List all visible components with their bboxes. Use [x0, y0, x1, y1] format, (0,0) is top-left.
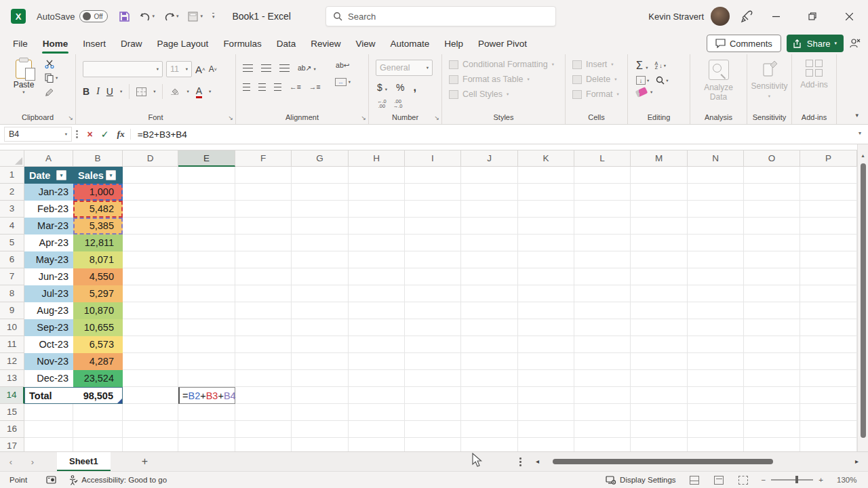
scroll-right-icon[interactable]: ▸	[855, 458, 859, 465]
undo-chevron-icon[interactable]: ▾	[152, 14, 155, 19]
cell-M3[interactable]	[631, 201, 688, 218]
comma-button[interactable]: ,	[413, 81, 416, 94]
cell-E14[interactable]: =B2+B3+B4	[178, 387, 235, 404]
cell-L15[interactable]	[574, 404, 631, 421]
cell-K14[interactable]	[518, 387, 574, 404]
cell-K17[interactable]	[518, 438, 574, 451]
row-header-7[interactable]: 7	[0, 268, 24, 285]
cell-D11[interactable]	[123, 336, 178, 353]
cell-P14[interactable]	[800, 387, 857, 404]
cell-D14[interactable]	[123, 387, 178, 404]
cell-O15[interactable]	[744, 404, 800, 421]
cell-H12[interactable]	[349, 353, 405, 370]
decrease-indent-icon[interactable]: ←≡	[290, 83, 301, 91]
cell-G12[interactable]	[292, 353, 349, 370]
cell-O1[interactable]	[744, 167, 800, 184]
cell-F6[interactable]	[235, 251, 292, 268]
row-header-16[interactable]: 16	[0, 421, 24, 438]
cell-L10[interactable]	[574, 319, 631, 336]
column-header-K[interactable]: K	[518, 150, 574, 167]
cell-J6[interactable]	[461, 251, 518, 268]
cell-B5[interactable]: 12,811	[73, 235, 123, 251]
cell-N11[interactable]	[688, 336, 744, 353]
cell-B11[interactable]: 6,573	[73, 336, 123, 353]
cell-F16[interactable]	[235, 421, 292, 438]
cell-I17[interactable]	[405, 438, 461, 451]
row-header-12[interactable]: 12	[0, 353, 24, 370]
cell-H1[interactable]	[349, 167, 405, 184]
cell-F12[interactable]	[235, 353, 292, 370]
column-header-H[interactable]: H	[349, 150, 405, 167]
cell-G17[interactable]	[292, 438, 349, 451]
autosum-button[interactable]: Σ ▾	[636, 60, 648, 72]
cell-H14[interactable]	[349, 387, 405, 404]
cell-J5[interactable]	[461, 235, 518, 251]
cell-H4[interactable]	[349, 218, 405, 235]
cell-M7[interactable]	[631, 268, 688, 285]
merge-center-button[interactable]: ↔▾	[335, 78, 351, 86]
copy-button[interactable]: ▾	[45, 73, 58, 83]
increase-indent-icon[interactable]: →≡	[309, 83, 321, 91]
cell-F10[interactable]	[235, 319, 292, 336]
page-layout-view-icon[interactable]	[714, 476, 724, 485]
redo-button[interactable]: ▾	[164, 12, 179, 22]
cell-I7[interactable]	[405, 268, 461, 285]
cell-A8[interactable]: Jul-23	[24, 285, 73, 302]
cell-J12[interactable]	[461, 353, 518, 370]
cell-P9[interactable]	[800, 302, 857, 319]
column-header-O[interactable]: O	[744, 150, 800, 167]
tab-automate[interactable]: Automate	[382, 35, 437, 53]
page-break-view-icon[interactable]	[738, 476, 748, 485]
cell-P13[interactable]	[800, 370, 857, 387]
cell-B17[interactable]	[73, 438, 123, 451]
cell-P10[interactable]	[800, 319, 857, 336]
cell-G1[interactable]	[292, 167, 349, 184]
sheet-tab-sheet1[interactable]: Sheet1	[57, 452, 111, 471]
cell-P7[interactable]	[800, 268, 857, 285]
cell-E5[interactable]	[178, 235, 235, 251]
cell-M16[interactable]	[631, 421, 688, 438]
find-chevron-icon[interactable]: ▾	[666, 78, 668, 83]
cell-H7[interactable]	[349, 268, 405, 285]
normal-view-icon[interactable]	[690, 476, 699, 485]
cell-L16[interactable]	[574, 421, 631, 438]
tab-data[interactable]: Data	[269, 35, 304, 53]
cell-M4[interactable]	[631, 218, 688, 235]
name-box-chevron-icon[interactable]: ▾	[65, 131, 67, 137]
cell-A3[interactable]: Feb-23	[24, 201, 73, 218]
tab-draw[interactable]: Draw	[113, 35, 150, 53]
cell-P3[interactable]	[800, 201, 857, 218]
cell-H8[interactable]	[349, 285, 405, 302]
column-header-F[interactable]: F	[235, 150, 292, 167]
cell-J10[interactable]	[461, 319, 518, 336]
row-header-2[interactable]: 2	[0, 184, 24, 201]
tab-formulas[interactable]: Formulas	[216, 35, 269, 53]
cell-H9[interactable]	[349, 302, 405, 319]
cell-B15[interactable]	[73, 404, 123, 421]
cell-A5[interactable]: Apr-23	[24, 235, 73, 251]
cell-M6[interactable]	[631, 251, 688, 268]
cell-H11[interactable]	[349, 336, 405, 353]
cell-M14[interactable]	[631, 387, 688, 404]
italic-button[interactable]: I	[96, 86, 100, 97]
cell-A6[interactable]: May-23	[24, 251, 73, 268]
cell-B10[interactable]: 10,655	[73, 319, 123, 336]
cell-P2[interactable]	[800, 184, 857, 201]
cell-O13[interactable]	[744, 370, 800, 387]
cell-K2[interactable]	[518, 184, 574, 201]
tab-view[interactable]: View	[348, 35, 382, 53]
tab-insert[interactable]: Insert	[75, 35, 113, 53]
cell-B6[interactable]: 8,071	[73, 251, 123, 268]
people-icon[interactable]	[849, 38, 861, 49]
user-name[interactable]: Kevin Stravert	[648, 12, 704, 22]
autosave-toggle[interactable]: Off	[79, 10, 108, 22]
enter-formula-icon[interactable]: ✓	[101, 129, 109, 140]
cell-I15[interactable]	[405, 404, 461, 421]
cell-J15[interactable]	[461, 404, 518, 421]
cell-N6[interactable]	[688, 251, 744, 268]
cell-M12[interactable]	[631, 353, 688, 370]
cell-G3[interactable]	[292, 201, 349, 218]
cell-B14[interactable]: 98,505	[73, 387, 123, 404]
cell-A4[interactable]: Mar-23	[24, 218, 73, 235]
cell-P5[interactable]	[800, 235, 857, 251]
